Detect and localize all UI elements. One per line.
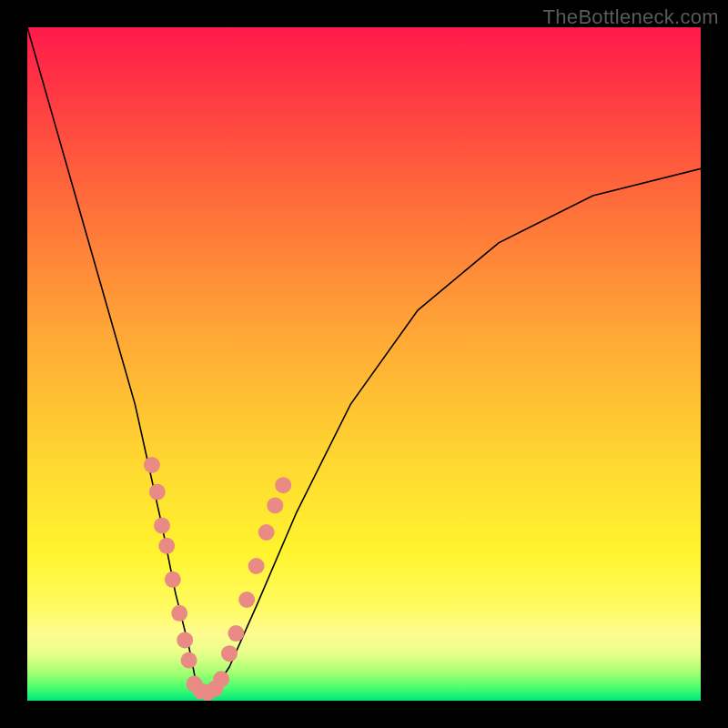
data-point	[221, 645, 238, 662]
data-point	[258, 524, 275, 541]
v-curve	[27, 27, 701, 694]
data-point	[158, 538, 175, 554]
data-points-right-branch	[221, 477, 291, 662]
data-point	[177, 632, 193, 648]
data-point	[248, 558, 265, 574]
data-point	[154, 518, 170, 534]
bottleneck-curve-chart	[27, 27, 701, 701]
watermark-text: TheBottleneck.com	[543, 5, 719, 29]
data-point	[165, 571, 181, 588]
data-point	[238, 592, 255, 608]
data-point	[275, 477, 291, 493]
data-point	[228, 625, 244, 642]
data-points-bottom-cluster	[187, 671, 230, 701]
data-point	[181, 652, 197, 669]
data-points-left-branch	[144, 457, 197, 669]
data-point	[149, 484, 166, 500]
data-point	[144, 457, 160, 473]
data-point	[213, 671, 229, 687]
data-point	[267, 497, 283, 513]
data-point	[171, 605, 187, 622]
